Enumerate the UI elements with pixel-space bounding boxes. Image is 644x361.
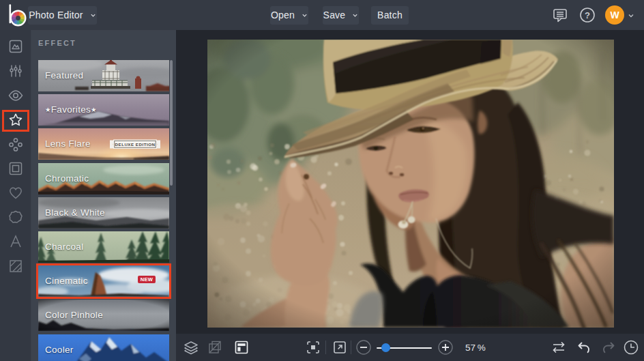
svg-text:DELUXE EDITION: DELUXE EDITION: [115, 142, 156, 147]
svg-text:?: ?: [585, 10, 590, 20]
